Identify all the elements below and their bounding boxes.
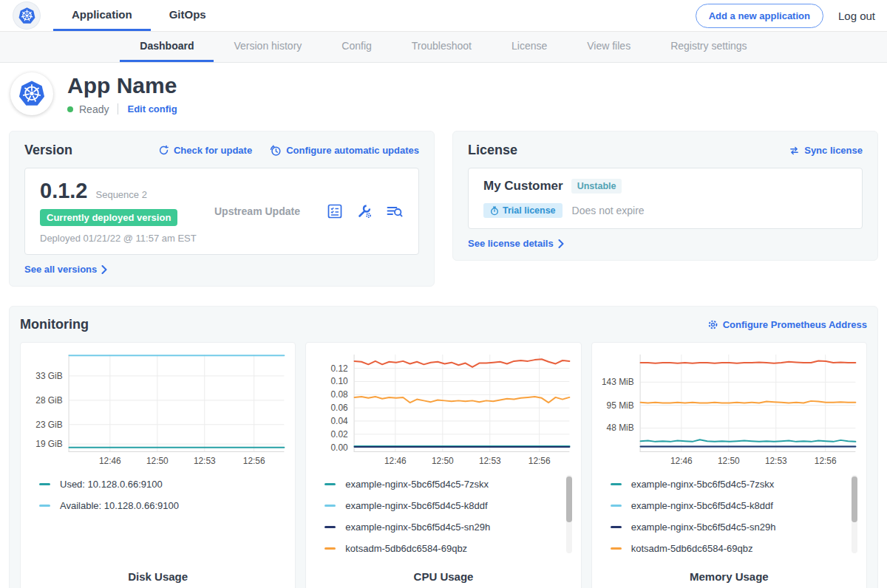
logout-button[interactable]: Log out (838, 10, 875, 22)
subnav-tab-version-history[interactable]: Version history (214, 32, 322, 62)
view-logs-icon[interactable] (385, 202, 404, 220)
chart-plot-cpu-usage: 0.120.100.080.060.040.020.0012:4612:5012… (313, 350, 574, 468)
subnav-tab-registry-settings[interactable]: Registry settings (650, 32, 767, 62)
sync-arrows-icon (789, 146, 800, 156)
chart-legend: Used: 10.128.0.66:9100Available: 10.128.… (39, 474, 288, 561)
see-all-versions-link[interactable]: See all versions (24, 264, 107, 275)
svg-text:0.04: 0.04 (331, 416, 349, 426)
svg-text:33 GiB: 33 GiB (35, 371, 62, 381)
svg-text:0.02: 0.02 (331, 429, 349, 440)
sync-license-link[interactable]: Sync license (789, 145, 863, 156)
subnav-tab-dashboard[interactable]: Dashboard (120, 32, 214, 62)
legend-scrollbar-thumb[interactable] (852, 476, 857, 522)
refresh-icon (158, 145, 169, 156)
legend-label: example-nginx-5bc6f5d4c5-sn29h (345, 522, 490, 533)
svg-text:0.12: 0.12 (331, 363, 349, 374)
topnav-right: Add a new application Log out (696, 0, 875, 31)
legend-label: Available: 10.128.0.66:9100 (60, 500, 179, 511)
legend-item: example-nginx-5bc6f5d4c5-sn29h (611, 516, 843, 538)
chart-legend: example-nginx-5bc6f5d4c5-7zskxexample-ng… (324, 474, 574, 561)
svg-text:12:56: 12:56 (529, 456, 551, 466)
legend-color-dash (39, 505, 50, 507)
check-for-update-link[interactable]: Check for update (158, 145, 252, 157)
legend-item: example-nginx-5bc6f5d4c5-k8ddf (324, 495, 557, 516)
app-header: App Name Ready Edit config (0, 63, 887, 126)
chevron-right-icon (558, 239, 564, 248)
svg-text:12:50: 12:50 (432, 456, 454, 466)
legend-item: Available: 10.128.0.66:9100 (39, 495, 272, 516)
svg-text:12:46: 12:46 (670, 456, 693, 466)
channel-badge: Unstable (571, 179, 622, 194)
sequence-label: Sequence 2 (96, 189, 147, 200)
chart-plot-memory-usage: 143 MiB95 MiB48 MiB12:4612:5012:5312:56 (599, 350, 860, 468)
legend-item: example-nginx-5bc6f5d4c5-7zskx (611, 474, 843, 495)
svg-text:12:46: 12:46 (99, 456, 121, 466)
svg-text:0.06: 0.06 (331, 403, 349, 413)
subnav-tab-view-files[interactable]: View files (567, 32, 650, 62)
legend-color-dash (611, 547, 622, 550)
svg-text:12:46: 12:46 (384, 456, 407, 466)
license-card-title: License (468, 143, 517, 158)
legend-label: kotsadm-5db6dc6584-69qbz (345, 543, 467, 554)
license-panel: My Customer Unstable Trial license Does … (468, 168, 863, 229)
preflight-checks-icon[interactable] (326, 202, 344, 220)
add-application-button[interactable]: Add a new application (696, 4, 823, 28)
chart-title: Memory Usage (599, 570, 860, 583)
ready-status-dot (67, 106, 73, 112)
legend-item: Used: 10.128.0.66:9100 (39, 474, 272, 495)
svg-text:48 MiB: 48 MiB (606, 423, 633, 433)
legend-label: Used: 10.128.0.66:9100 (60, 479, 163, 490)
configure-automatic-updates-link[interactable]: Configure automatic updates (270, 145, 419, 157)
status-text: Ready (79, 103, 109, 115)
topnav-tab-application[interactable]: Application (53, 0, 151, 31)
svg-text:12:53: 12:53 (765, 456, 787, 466)
see-license-details-link[interactable]: See license details (468, 238, 564, 249)
legend-color-dash (324, 547, 336, 550)
chart-title: CPU Usage (313, 570, 574, 583)
divider (118, 103, 118, 114)
legend-item: kotsadm-5db6dc6584-69qbz (611, 538, 843, 559)
subnav-tabs: DashboardVersion historyConfigTroublesho… (120, 32, 767, 62)
legend-scrollbar-thumb[interactable] (566, 476, 572, 522)
topnav-tab-gitops[interactable]: GitOps (151, 0, 225, 31)
config-wrench-icon[interactable] (356, 202, 373, 220)
svg-text:12:53: 12:53 (479, 456, 501, 466)
clock-schedule-icon (270, 145, 282, 157)
monitoring-section: Monitoring Configure Prometheus Address … (9, 306, 878, 588)
svg-text:19 GiB: 19 GiB (35, 439, 62, 449)
svg-text:0.10: 0.10 (331, 376, 349, 386)
version-card-title: Version (24, 143, 72, 158)
legend-color-dash (611, 483, 622, 485)
page-title: App Name (67, 73, 177, 98)
svg-text:0.08: 0.08 (331, 389, 349, 400)
license-card: License Sync license My Customer Unstabl… (452, 131, 878, 261)
legend-label: example-nginx-5bc6f5d4c5-sn29h (631, 522, 776, 533)
svg-text:12:56: 12:56 (814, 456, 836, 466)
legend-label: example-nginx-5bc6f5d4c5-k8ddf (345, 500, 487, 511)
svg-text:28 GiB: 28 GiB (35, 395, 62, 406)
subnav-tab-config[interactable]: Config (322, 32, 391, 62)
edit-config-link[interactable]: Edit config (127, 103, 177, 114)
subnav-tab-troubleshoot[interactable]: Troubleshoot (392, 32, 492, 62)
svg-text:12:50: 12:50 (146, 456, 169, 466)
app-avatar (10, 72, 53, 115)
deployed-badge: Currently deployed version (40, 209, 177, 226)
top-navbar: ApplicationGitOps Add a new application … (0, 0, 887, 32)
svg-text:12:50: 12:50 (718, 456, 740, 466)
legend-color-dash (611, 526, 622, 528)
legend-label: kotsadm-5db6dc6584-69qbz (631, 543, 753, 554)
chart-title: Disk Usage (27, 570, 288, 583)
legend-color-dash (324, 526, 336, 528)
legend-label: example-nginx-5bc6f5d4c5-k8ddf (631, 500, 773, 511)
configure-prometheus-link[interactable]: Configure Prometheus Address (707, 319, 867, 330)
chart-plot-disk-usage: 33 GiB28 GiB23 GiB19 GiB12:4612:5012:531… (27, 350, 288, 468)
deployed-timestamp: Deployed 01/21/22 @ 11:57 am EST (40, 233, 207, 244)
gear-icon (707, 319, 718, 330)
legend-item: kotsadm-5db6dc6584-69qbz (324, 538, 557, 559)
release-type-label: Upstream Update (207, 205, 326, 217)
version-card: Version Check for update (9, 131, 435, 287)
license-type-badge: Trial license (483, 203, 563, 218)
legend-item: example-nginx-5bc6f5d4c5-sn29h (324, 516, 557, 538)
legend-color-dash (324, 483, 336, 485)
subnav-tab-license[interactable]: License (492, 32, 567, 62)
